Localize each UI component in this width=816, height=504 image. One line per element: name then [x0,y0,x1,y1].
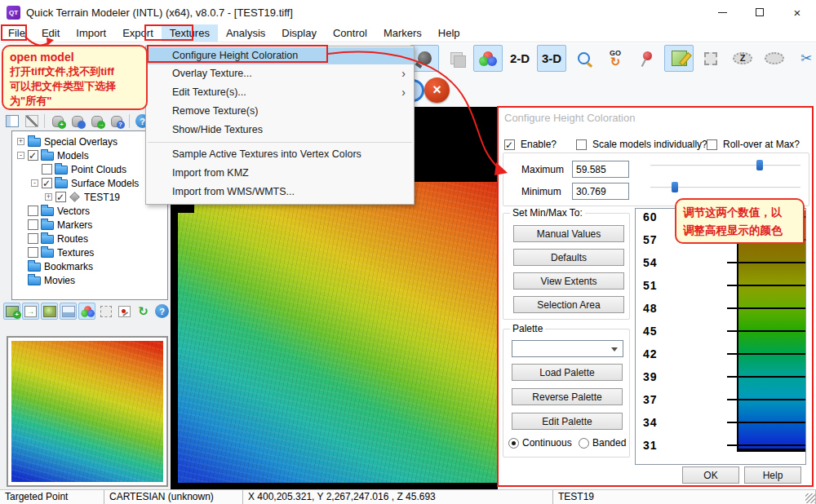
rgb-button[interactable] [78,303,95,320]
tree-checkbox[interactable] [42,178,52,188]
maximize-button[interactable] [741,0,778,24]
banded-radio[interactable] [579,438,589,449]
collapse-icon[interactable]: - [17,152,24,159]
tree-item-bookmarks[interactable]: Bookmarks [12,259,167,273]
tree-checkbox[interactable] [42,164,52,175]
tree-item-movies[interactable]: Movies [12,273,167,287]
ellipse-button[interactable] [760,45,789,72]
rgb-colors-icon [81,306,92,317]
menu-item-overlay-texture-[interactable]: Overlay Texture...› [146,64,414,83]
zoom-extents-button[interactable] [569,45,598,72]
minimize-button[interactable] [703,0,741,24]
load-palette-button[interactable]: Load Palette [512,364,623,381]
view-3d-button[interactable]: 3-D [537,45,566,72]
minimum-input[interactable] [572,183,629,200]
menu-control[interactable]: Control [325,24,375,42]
menu-import[interactable]: Import [68,24,114,42]
folder-icon [41,221,54,230]
tree-checkbox[interactable] [28,233,38,244]
db-add-button[interactable]: + [49,113,66,130]
texture-button[interactable] [441,45,471,72]
rollover-checkbox[interactable] [707,139,717,150]
overview-thumbnail[interactable] [11,341,163,482]
ellipse-z-button[interactable]: Z [728,45,757,72]
menu-file[interactable]: File [0,24,33,42]
tree-item-markers[interactable]: Markers [12,218,167,232]
menu-item-sample-active-textures-into-vertex-colors[interactable]: Sample Active Textures into Vertex Color… [146,145,414,164]
palette-dropdown[interactable] [512,340,623,357]
menu-export[interactable]: Export [114,24,162,42]
edit-palette-button[interactable]: Edit Palette [512,413,623,430]
help-button[interactable]: ? [153,303,171,320]
menu-markers[interactable]: Markers [375,24,430,42]
tree-item-textures[interactable]: Textures [12,245,167,259]
map-edit-button[interactable] [664,45,694,72]
close-button[interactable]: × [778,0,816,24]
view-extents-button[interactable]: View Extents [513,272,624,290]
banded-label: Banded [592,437,626,449]
tree-checkbox[interactable] [28,247,38,258]
terrain-button[interactable] [41,303,58,320]
menu-item-edit-texture-s-[interactable]: Edit Texture(s)...› [146,83,414,102]
menu-item-configure-height-coloration[interactable]: Configure Height Coloration [146,47,414,64]
menu-item-show-hide-textures[interactable]: Show/Hide Textures [146,121,414,139]
menu-analysis[interactable]: Analysis [218,24,273,42]
manual-values-button[interactable]: Manual Values [513,225,624,242]
maximum-slider[interactable] [650,160,800,170]
profile-button[interactable] [23,113,40,130]
continuous-radio[interactable] [508,438,519,449]
minimum-slider[interactable] [650,182,800,192]
maximum-input[interactable] [572,161,629,178]
add-model-button[interactable]: + [3,303,20,320]
defaults-button[interactable]: Defaults [513,249,624,266]
tree-item-test19[interactable]: +TEST19 [12,190,167,204]
marquee-button[interactable] [696,45,725,72]
tree-item-vectors[interactable]: Vectors [12,204,167,218]
rgb-button[interactable] [473,45,503,72]
help-button[interactable]: Help [744,466,801,484]
menu-item-import-from-wms-wmts-[interactable]: Import from WMS/WMTS... [146,183,414,201]
pushpin-button[interactable] [632,45,662,72]
selection-area-button[interactable]: Selection Area [513,296,624,313]
collapse-icon[interactable]: - [31,179,38,187]
tree-item-point-clouds[interactable]: Point Clouds [12,162,167,176]
db-help-button[interactable]: ? [108,113,125,130]
height-color-scale: 6057545148454239373431 [635,208,806,465]
scale-models-checkbox[interactable] [576,139,587,150]
ok-button[interactable]: OK [682,466,739,484]
menu-help[interactable]: Help [430,24,468,42]
expand-icon[interactable]: + [45,193,52,201]
image-button[interactable] [60,303,77,320]
reverse-palette-button[interactable]: Reverse Palette [512,388,623,405]
marquee-button[interactable] [97,303,114,320]
import-panel-button[interactable]: → [22,303,39,320]
refresh-button[interactable]: ↻ [135,303,152,320]
enable-checkbox[interactable] [504,139,515,150]
layers-panel-button[interactable] [3,113,20,130]
db-export-button[interactable]: → [88,113,105,130]
view-2d-button[interactable]: 2-D [505,45,534,72]
pointer-button[interactable] [116,303,133,320]
expand-icon[interactable]: + [17,138,24,145]
delete-button[interactable]: × [424,77,450,103]
tree-item-label: Point Clouds [71,164,126,175]
tree-checkbox[interactable] [55,192,66,202]
menu-item-remove-texture-s-[interactable]: Remove Texture(s) [146,102,414,121]
scissors-button[interactable]: ✂ [792,45,816,72]
tree-checkbox[interactable] [28,219,38,230]
tree-checkbox[interactable] [28,150,38,161]
maximum-slider-thumb[interactable] [756,160,763,170]
tree-item-surface-models[interactable]: -Surface Models [12,176,167,190]
menu-edit[interactable]: Edit [33,24,68,42]
db-save-button[interactable] [69,113,86,130]
menu-item-import-from-kmz[interactable]: Import from KMZ [146,164,414,183]
menu-display[interactable]: Display [273,24,325,42]
tree-checkbox[interactable] [28,206,38,216]
tree-item-routes[interactable]: Routes [12,232,167,245]
tree-item-models[interactable]: -Models [12,148,167,162]
minimum-slider-thumb[interactable] [672,182,678,192]
go-button[interactable]: GO↻ [601,45,630,72]
resize-grip[interactable] [805,493,815,503]
tree-item-special-overlays[interactable]: +Special Overlays [12,135,167,148]
menu-textures[interactable]: Textures [162,24,218,42]
